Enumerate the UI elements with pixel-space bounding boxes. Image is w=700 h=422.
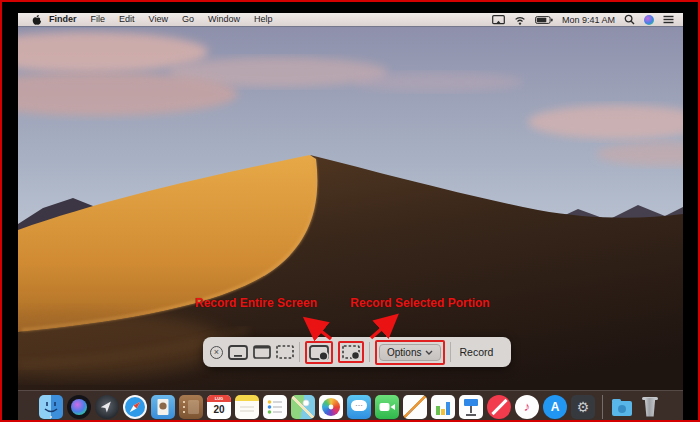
dock-pages-icon[interactable]: [403, 395, 427, 419]
dock-safari-icon[interactable]: [123, 395, 147, 419]
messages-bubble: …: [351, 400, 367, 411]
dock-photos-icon[interactable]: [319, 395, 343, 419]
dock-mail-icon[interactable]: [151, 395, 175, 419]
menu-item-help[interactable]: Help: [247, 13, 280, 26]
chevron-down-icon: [425, 350, 433, 355]
wifi-icon[interactable]: [514, 15, 526, 25]
menu-item-edit[interactable]: Edit: [112, 13, 142, 26]
dock: LUG 20 …: [18, 390, 683, 422]
toolbar-divider: [299, 342, 300, 362]
dock-divider: [602, 395, 603, 419]
capture-selected-portion-icon[interactable]: [276, 345, 294, 359]
battery-icon[interactable]: [535, 16, 553, 24]
notification-center-icon[interactable]: [663, 15, 674, 24]
screenshot-toolbar: ×: [203, 337, 511, 367]
dock-trash-icon[interactable]: [638, 395, 662, 419]
close-icon[interactable]: ×: [210, 346, 223, 359]
menu-item-view[interactable]: View: [142, 13, 175, 26]
dock-maps-icon[interactable]: [291, 395, 315, 419]
apple-icon[interactable]: [31, 14, 42, 26]
menu-item-window[interactable]: Window: [201, 13, 247, 26]
dock-system-preferences-icon[interactable]: ⚙: [571, 395, 595, 419]
dock-app-store-icon[interactable]: A: [543, 395, 567, 419]
screen-mirroring-icon[interactable]: [492, 15, 505, 25]
dock-downloads-folder-icon[interactable]: [610, 395, 634, 419]
running-indicator: [50, 416, 52, 418]
record-button[interactable]: Record: [456, 346, 496, 358]
dock-reminders-icon[interactable]: [263, 395, 287, 419]
dock-keynote-icon[interactable]: [459, 395, 483, 419]
spotlight-search-icon[interactable]: [624, 14, 635, 25]
dock-calendar-icon[interactable]: LUG 20: [207, 395, 231, 419]
dock-news-icon[interactable]: [487, 395, 511, 419]
capture-selected-window-icon[interactable]: [253, 345, 271, 359]
record-selected-portion-icon[interactable]: [342, 345, 360, 359]
options-button[interactable]: Options: [379, 344, 441, 361]
mac-screen: Finder File Edit View Go Window Help: [18, 13, 683, 422]
annotation-record-selected-portion: Record Selected Portion: [334, 296, 506, 310]
capture-entire-screen-icon[interactable]: [228, 345, 248, 360]
menu-bar-left: Finder File Edit View Go Window Help: [18, 13, 279, 26]
highlight-box-record-selected-portion: [338, 341, 364, 363]
desktop-screenshot: Finder File Edit View Go Window Help: [0, 0, 700, 422]
calendar-month: LUG: [207, 395, 231, 402]
toolbar-divider: [369, 342, 370, 362]
record-entire-screen-icon[interactable]: [309, 345, 329, 360]
annotation-record-entire-screen: Record Entire Screen: [171, 296, 341, 310]
menu-item-go[interactable]: Go: [175, 13, 201, 26]
dock-notes-icon[interactable]: [235, 395, 259, 419]
calendar-day: 20: [207, 402, 231, 419]
siri-icon[interactable]: [644, 15, 654, 25]
dock-facetime-icon[interactable]: [375, 395, 399, 419]
menu-bar-status: Mon 9:41 AM: [492, 14, 683, 25]
highlight-box-record-entire-screen: [305, 341, 333, 364]
menu-app-name[interactable]: Finder: [42, 13, 84, 26]
dock-messages-icon[interactable]: …: [347, 395, 371, 419]
dock-contacts-icon[interactable]: [179, 395, 203, 419]
toolbar-divider: [450, 342, 451, 362]
dock-numbers-icon[interactable]: [431, 395, 455, 419]
options-label: Options: [387, 347, 421, 358]
menu-item-file[interactable]: File: [84, 13, 113, 26]
menu-bar: Finder File Edit View Go Window Help: [18, 13, 683, 26]
dock-finder-icon[interactable]: [39, 395, 63, 419]
dock-itunes-icon[interactable]: ♪: [515, 395, 539, 419]
dock-launchpad-icon[interactable]: [95, 395, 119, 419]
highlight-box-options: Options: [375, 340, 445, 365]
dock-siri-icon[interactable]: [67, 395, 91, 419]
menu-bar-clock[interactable]: Mon 9:41 AM: [562, 15, 615, 25]
